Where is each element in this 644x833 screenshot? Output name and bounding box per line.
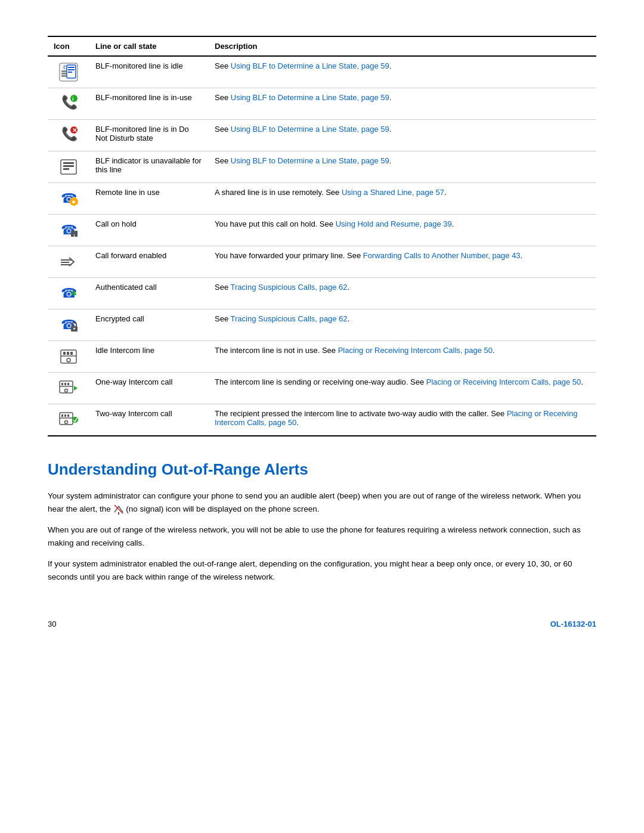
svg-rect-46 [60,413,73,425]
doc-link[interactable]: Tracing Suspicious Calls, page 62 [231,314,348,323]
icon-cell [48,341,89,373]
table-row: ☎ Authenticated callSee Tracing Suspicio… [48,278,596,309]
table-row: ☎ ● Remote line in useA shared line is i… [48,183,596,215]
svg-rect-49 [61,414,63,417]
description-cell: You have put this call on hold. See Usin… [209,215,596,246]
no-signal-icon [113,504,124,515]
doc-link[interactable]: Placing or Receiving Intercom Calls, pag… [338,346,493,355]
state-cell: Call forward enabled [89,246,209,278]
svg-rect-51 [67,414,69,417]
table-row: ☎ Encrypted callSee Tracing Suspicious C… [48,309,596,341]
doc-link[interactable]: Tracing Suspicious Calls, page 62 [231,283,348,292]
section-heading: Understanding Out-of-Range Alerts [48,460,596,479]
description-cell: See Using BLF to Determine a Line State,… [209,151,596,183]
table-row: ☎ Call on holdYou have put this call on … [48,215,596,246]
state-cell: Authenticated call [89,278,209,309]
svg-rect-37 [67,352,69,355]
doc-link[interactable]: Using a Shared Line, page 57 [342,188,444,197]
svg-rect-17 [63,165,74,167]
state-cell: BLF-monitored line is in Do Not Disturb … [89,120,209,151]
oneway-intercom-icon [54,377,83,399]
doc-link[interactable]: Forwarding Calls to Another Number, page… [363,251,521,260]
svg-rect-16 [63,162,74,164]
icon-table-section: Icon Line or call state Description ✆ BL… [48,36,596,436]
description-cell: You have forwarded your primary line. Se… [209,246,596,278]
svg-text:✕: ✕ [72,127,77,134]
icon-cell [48,373,89,404]
svg-rect-7 [68,69,75,70]
description-cell: The intercom line is sending or receivin… [209,373,596,404]
section-paragraph-1: Your system administrator can configure … [48,490,596,515]
doc-link[interactable]: Using Hold and Resume, page 39 [336,219,452,228]
blf-unavail-icon [54,156,83,178]
state-cell: BLF-monitored line is idle [89,56,209,88]
table-row: Idle Intercom lineThe intercom line is n… [48,341,596,373]
doc-link[interactable]: Using BLF to Determine a Line State, pag… [231,93,389,102]
svg-rect-23 [71,231,74,237]
svg-rect-38 [70,352,73,355]
icon-cell [48,404,89,436]
icon-cell: ☎ [48,278,89,309]
icon-cell: 📞 ✕ [48,120,89,151]
blf-dnd-icon: 📞 ✕ [54,125,83,146]
table-row: 📞 i BLF-monitored line is in-useSee Usin… [48,88,596,120]
section-paragraph-2: When you are out of range of the wireles… [48,524,596,549]
icon-cell: 📞 i [48,88,89,120]
state-cell: BLF indicator is unavailable for this li… [89,151,209,183]
call-forward-icon [54,251,83,272]
doc-link[interactable]: Using BLF to Determine a Line State, pag… [231,125,389,134]
table-header-row: Icon Line or call state Description [48,36,596,56]
svg-rect-50 [64,414,66,417]
svg-rect-6 [68,67,75,68]
table-row: One-way Intercom callThe intercom line i… [48,373,596,404]
svg-rect-1 [61,70,66,72]
description-cell: See Using BLF to Determine a Line State,… [209,56,596,88]
svg-rect-24 [75,231,78,237]
table-row: Call forward enabledYou have forwarded y… [48,246,596,278]
description-cell: See Tracing Suspicious Calls, page 62. [209,278,596,309]
auth-call-icon: ☎ [54,283,83,304]
table-row: BLF indicator is unavailable for this li… [48,151,596,183]
doc-id: OL-16132-01 [550,620,596,628]
state-cell: BLF-monitored line is in-use [89,88,209,120]
icon-cell: ☎ ● [48,183,89,215]
svg-rect-43 [64,383,66,385]
col-header-description: Description [209,36,596,56]
state-cell: Idle Intercom line [89,341,209,373]
encrypted-call-icon: ☎ [54,314,83,336]
state-cell: Remote line in use [89,183,209,215]
icon-cell [48,151,89,183]
remote-line-icon: ☎ ● [54,188,83,209]
doc-link[interactable]: Placing or Receiving Intercom Calls, pag… [426,377,581,386]
svg-point-35 [67,358,70,362]
col-header-icon: Icon [48,36,89,56]
state-cell: One-way Intercom call [89,373,209,404]
blf-idle-icon: ✆ [54,61,83,83]
idle-intercom-icon [54,346,83,367]
svg-marker-45 [74,386,78,391]
icon-cell: ✆ [48,56,89,88]
description-cell: The intercom line is not in use. See Pla… [209,341,596,373]
description-cell: See Using BLF to Determine a Line State,… [209,120,596,151]
state-cell: Encrypted call [89,309,209,341]
table-row: 📞 ✕ BLF-monitored line is in Do Not Dist… [48,120,596,151]
svg-point-32 [73,328,75,330]
description-cell: A shared line is in use remotely. See Us… [209,183,596,215]
svg-point-41 [65,389,68,392]
call-hold-icon: ☎ [54,219,83,241]
svg-text:●: ● [72,198,76,205]
table-row: ✆ BLF-monitored line is idleSee Using BL… [48,56,596,88]
svg-rect-2 [61,73,66,75]
state-cell: Two-way Intercom call [89,404,209,436]
svg-text:☎: ☎ [61,222,77,237]
doc-link[interactable]: Using BLF to Determine a Line State, pag… [231,156,389,165]
doc-link[interactable]: Using BLF to Determine a Line State, pag… [231,61,389,70]
icon-table: Icon Line or call state Description ✆ BL… [48,36,596,436]
icon-cell: ☎ [48,215,89,246]
svg-rect-42 [61,383,63,385]
twoway-intercom-icon [54,409,83,431]
svg-rect-3 [61,75,66,77]
blf-inuse-icon: 📞 i [54,93,83,114]
section-paragraph-3: If your system administrator enabled the… [48,558,596,583]
page-number: 30 [48,620,56,628]
